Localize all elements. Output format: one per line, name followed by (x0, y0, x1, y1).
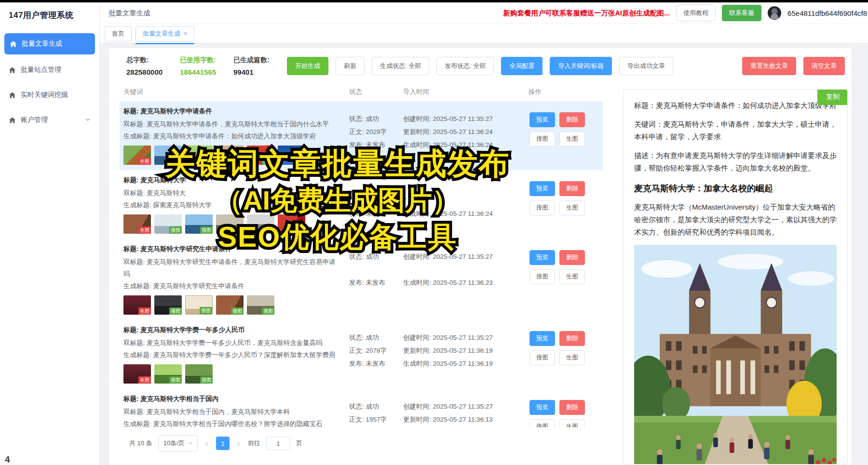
delete-button[interactable]: 删除 (559, 331, 585, 346)
generate-image-button[interactable]: 生图 (559, 200, 585, 215)
updated-time (403, 194, 525, 207)
row-title: 标题: 麦克马斯特大学研究生申请条件 (123, 243, 336, 255)
row-generated-title: 生成标题: 麦克马斯特大学申请条件：如何成功进入加拿大顶级学府 (123, 130, 336, 142)
stat-value: 99401 (233, 68, 280, 76)
thumbnail-badge: 搜图 (262, 158, 274, 165)
tab-home[interactable]: 首页 (105, 26, 132, 41)
preview-button[interactable]: 预览 (529, 331, 555, 346)
page-size-select[interactable]: 10条/页 (158, 435, 198, 452)
row-dual-title: 双标题: 麦克马斯特大学研究生申请条件，麦克马斯特大学研究生容易申请吗 (123, 256, 336, 280)
table-row[interactable]: 标题: 麦克马斯特大学研究生申请条件 双标题: 麦克马斯特大学研究生申请条件，麦… (120, 239, 603, 320)
generated-time: 生成时间: 2025-05-27 11:36:24 (403, 138, 525, 151)
table-row[interactable]: 标题: 麦克马斯特大学学费一年多少人民币 双标题: 麦克马斯特大学学费一年多少人… (120, 320, 603, 389)
articles-table: 关键词 状态 导入时间 操作 标题: 麦克马斯特大学申请条件 双标题: 麦克马斯… (120, 84, 603, 427)
keyword-cell: 标题: 麦克马斯特大学学费一年多少人民币 双标题: 麦克马斯特大学学费一年多少人… (120, 324, 341, 384)
generate-image-button[interactable]: 生图 (559, 419, 585, 427)
table-row[interactable]: 标题: 麦克马斯特大学 双标题: 麦克马斯特大 生成标题: 探索麦克马斯特大学 … (120, 170, 603, 239)
article-thumbnail[interactable]: 搜图 (278, 214, 305, 234)
prev-page-icon[interactable]: ‹ (203, 439, 210, 448)
search-image-button[interactable]: 搜图 (529, 269, 555, 284)
preview-button[interactable]: 预览 (529, 112, 555, 127)
article-thumbnail[interactable]: 搜图 (154, 364, 182, 384)
row-generated-title: 生成标题: 探索麦克马斯特大学 (123, 199, 336, 211)
search-image-button[interactable]: 搜图 (529, 132, 555, 146)
page-number-1[interactable]: 1 (216, 437, 230, 450)
thumbnail-badge: 搜图 (293, 226, 305, 234)
preview-button[interactable]: 预览 (529, 181, 555, 196)
article-thumbnail[interactable]: 生图 (123, 364, 151, 384)
article-thumbnail[interactable]: 搜图 (247, 214, 274, 234)
generate-image-button[interactable]: 生图 (559, 269, 585, 284)
preview-paragraph: 麦克马斯特大学（McMasterUniversity）位于加拿大安大略省的哈密尔… (634, 201, 837, 239)
generate-image-button[interactable]: 生图 (559, 350, 585, 365)
table-row[interactable]: 标题: 麦克马斯特大学相当于国内 双标题: 麦克马斯特大学相当于国内，麦克马斯特… (120, 389, 603, 427)
thumbnail-badge: 搜图 (293, 158, 305, 165)
announcement-text[interactable]: 新购套餐用户可联系客服赠送一万张AI原创生成配图... (503, 9, 670, 18)
table-row[interactable]: 标题: 麦克马斯特大学申请条件 双标题: 麦克马斯特大学申请条件，麦克马斯特大学… (120, 101, 603, 170)
avatar[interactable] (768, 6, 781, 20)
page-size-value: 10条/页 (163, 439, 185, 447)
thumbnail-badge: 搜图 (231, 226, 244, 234)
thumbnail-badge: 搜图 (169, 376, 182, 384)
article-thumbnail[interactable]: 搜图 (278, 146, 305, 165)
clear-articles-button[interactable]: 清空文章 (803, 57, 845, 75)
goto-page-input[interactable] (266, 437, 290, 450)
user-id: 65e4811dfb644f690f4cf8 (787, 9, 867, 17)
refresh-button[interactable]: 刷新 (336, 57, 365, 75)
thumbnail-badge: 生图 (138, 307, 151, 315)
close-icon[interactable]: × (184, 30, 187, 37)
article-thumbnail[interactable]: 搜图 (247, 146, 274, 165)
start-generate-button[interactable]: 开始生成 (287, 57, 328, 75)
created-time: 创建时间: 2025-05-27 11:35:27 (403, 250, 525, 263)
delete-button[interactable]: 删除 (559, 250, 585, 265)
search-image-button[interactable]: 搜图 (529, 350, 555, 365)
publish-status (349, 426, 395, 427)
tab-batch-articles[interactable]: 批量文章生成× (136, 26, 194, 41)
article-thumbnail[interactable]: 搜图 (154, 146, 182, 165)
publish-status: 发布: 未发布 (349, 138, 395, 151)
import-keywords-button[interactable]: 导入关键词/标题 (550, 57, 612, 75)
delete-button[interactable]: 删除 (559, 181, 585, 196)
actions-cell: 预览 删除 搜图 生图 (525, 393, 602, 427)
sidebar-item-keyword-mining[interactable]: 实时关键词挖掘 (0, 82, 99, 107)
article-thumbnail[interactable]: 搜图 (185, 295, 213, 315)
generate-image-button[interactable]: 生图 (559, 132, 585, 146)
article-thumbnail[interactable]: 搜图 (216, 214, 244, 234)
article-thumbnail[interactable]: 搜图 (185, 364, 213, 384)
article-thumbnail[interactable]: 搜图 (247, 295, 274, 315)
sidebar-item-batch-articles[interactable]: 批量文章生成 (4, 33, 95, 54)
sidebar-item-batch-sites[interactable]: 批量站点管理 (0, 57, 99, 82)
time-cell: 创建时间: 2025-05-27 11:35:27 更新时间: 2025-05-… (395, 393, 525, 427)
tutorial-button[interactable]: 使用教程 (676, 5, 716, 21)
sidebar-item-account[interactable]: 账户管理 (0, 107, 99, 133)
article-thumbnail[interactable]: 搜图 (216, 146, 244, 165)
generate-status-filter[interactable]: 生成状态: 全部 (372, 57, 429, 75)
article-thumbnail[interactable]: 搜图 (154, 295, 182, 315)
thumbnail-badge: 生图 (138, 158, 151, 165)
article-thumbnail[interactable]: 搜图 (185, 214, 213, 234)
article-thumbnail[interactable]: 生图 (123, 295, 151, 315)
preview-button[interactable]: 预览 (529, 400, 555, 415)
app-window: 147用户管理系统 批量文章生成 批量站点管理 实时关键词挖掘 账户管理 (0, 0, 868, 465)
publish-status-filter[interactable]: 发布状态: 全部 (436, 57, 494, 75)
delete-button[interactable]: 删除 (559, 400, 585, 415)
breadcrumb: 批量文章生成 (108, 9, 150, 18)
search-image-button[interactable]: 搜图 (529, 419, 555, 427)
row-title: 标题: 麦克马斯特大学 (123, 174, 336, 186)
global-config-button[interactable]: 全局配置 (501, 57, 542, 75)
contact-support-button[interactable]: 联系客服 (722, 5, 761, 21)
article-thumbnail[interactable]: 搜图 (185, 146, 213, 165)
article-thumbnail[interactable]: 生图 (123, 146, 151, 165)
export-success-button[interactable]: 导出成功文章 (619, 57, 673, 75)
article-thumbnail[interactable]: 生图 (123, 214, 151, 234)
next-page-icon[interactable]: › (235, 439, 242, 448)
reset-failed-button[interactable]: 重置失败文章 (742, 57, 796, 75)
copy-button[interactable]: 复制 (817, 89, 848, 105)
article-thumbnail[interactable]: 搜图 (216, 295, 244, 315)
article-thumbnail[interactable]: 搜图 (154, 214, 182, 234)
stat-total-words: 总字数: 282580000 (126, 56, 173, 76)
delete-button[interactable]: 删除 (559, 112, 585, 127)
search-image-button[interactable]: 搜图 (529, 200, 555, 215)
article-thumbnail[interactable]: 搜图 (309, 146, 336, 165)
preview-button[interactable]: 预览 (529, 250, 555, 265)
